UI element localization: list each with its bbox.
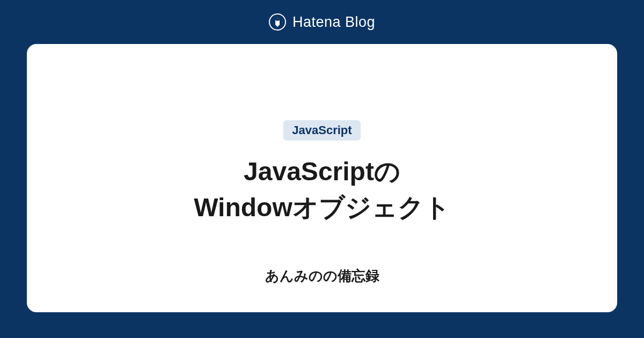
article-title: JavaScriptの Windowオブジェクト xyxy=(194,153,450,225)
title-line-2: Windowオブジェクト xyxy=(194,193,450,222)
category-tag[interactable]: JavaScript xyxy=(283,120,360,141)
blog-name: あんみのの備忘録 xyxy=(265,267,379,285)
article-card: JavaScript JavaScriptの Windowオブジェクト あんみの… xyxy=(27,44,617,312)
header: Hatena Blog xyxy=(0,0,644,44)
title-line-1: JavaScriptの xyxy=(244,157,400,186)
brand-name: Hatena Blog xyxy=(292,14,375,31)
card-content: JavaScript JavaScriptの Windowオブジェクト xyxy=(194,120,450,225)
hatena-pen-icon xyxy=(269,13,286,31)
